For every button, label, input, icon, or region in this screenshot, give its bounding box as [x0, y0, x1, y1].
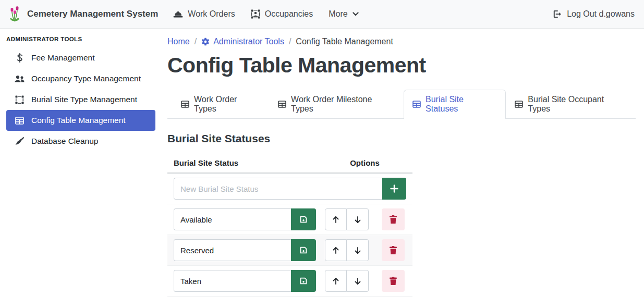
logout-label: Log Out d.gowans — [567, 9, 635, 19]
save-status-button[interactable] — [291, 270, 316, 292]
tab-burial-site-statuses[interactable]: Burial Site Statuses — [404, 90, 506, 119]
table-icon — [278, 101, 286, 108]
save-status-button[interactable] — [291, 239, 316, 261]
nav-occupancies[interactable]: Occupancies — [243, 0, 321, 29]
column-header-burial-site-status: Burial Site Status — [167, 154, 317, 173]
sidebar-item-database-cleanup[interactable]: Database Cleanup — [6, 131, 155, 152]
tab-label: Work Order Types — [194, 95, 260, 114]
top-navbar: Cemetery Management System Work Orders — [0, 0, 644, 29]
sidebar-item-label: Burial Site Type Management — [31, 95, 137, 104]
sidebar-item-occupancy-type-management[interactable]: Occupancy Type Management — [6, 68, 155, 89]
sidebar-item-label: Fee Management — [31, 53, 95, 63]
save-icon — [299, 277, 308, 285]
table-icon — [15, 117, 25, 125]
trash-icon — [390, 246, 397, 254]
dollar-icon — [15, 53, 25, 63]
main-content: Home / Administrator Tools / Config Tabl… — [162, 29, 644, 308]
admin-sidebar: Administrator Tools Fee Management Occup… — [0, 29, 162, 308]
frame-icon — [15, 95, 25, 104]
broom-icon — [15, 137, 25, 146]
nav-work-orders[interactable]: Work Orders — [165, 0, 242, 29]
delete-status-button[interactable] — [382, 270, 405, 292]
move-down-button[interactable] — [347, 239, 369, 261]
burial-site-status-table: Burial Site Status Options — [167, 154, 412, 297]
gear-icon — [201, 38, 210, 46]
save-status-button[interactable] — [291, 208, 316, 230]
status-input[interactable] — [174, 239, 291, 261]
new-status-row — [167, 173, 412, 204]
arrow-up-icon — [332, 277, 339, 285]
move-up-button[interactable] — [325, 270, 347, 292]
trash-icon — [390, 277, 397, 285]
nav-link-label: Work Orders — [188, 9, 235, 19]
tab-label: Burial Site Occupant Types — [528, 95, 627, 114]
breadcrumb: Home / Administrator Tools / Config Tabl… — [167, 37, 636, 46]
tulip-logo-icon — [8, 6, 22, 22]
save-icon — [299, 215, 308, 224]
tab-label: Burial Site Statuses — [426, 95, 497, 114]
navbar-links: Work Orders Occupancies — [165, 0, 366, 29]
table-icon — [412, 101, 421, 108]
occupant-frame-icon — [251, 9, 260, 19]
tab-work-order-milestone-types[interactable]: Work Order Milestone Types — [269, 90, 404, 119]
save-icon — [299, 246, 308, 254]
sidebar-item-label: Config Table Management — [31, 116, 126, 125]
delete-status-button[interactable] — [382, 208, 405, 230]
breadcrumb-separator: / — [289, 37, 291, 46]
breadcrumb-current: Config Table Management — [296, 37, 393, 46]
section-heading: Burial Site Statuses — [167, 132, 636, 145]
status-row-taken — [167, 266, 412, 297]
logout-icon — [553, 10, 562, 18]
column-header-options: Options — [317, 154, 412, 173]
people-icon — [15, 75, 25, 83]
sidebar-item-burial-site-type-management[interactable]: Burial Site Type Management — [6, 89, 155, 110]
move-down-button[interactable] — [347, 208, 369, 230]
brand-title: Cemetery Management System — [27, 9, 158, 19]
add-status-button[interactable] — [382, 178, 406, 200]
breadcrumb-home-link[interactable]: Home — [167, 37, 190, 46]
status-row-available — [167, 204, 412, 235]
hard-hat-icon — [173, 10, 183, 18]
delete-status-button[interactable] — [382, 239, 405, 261]
move-up-button[interactable] — [325, 208, 347, 230]
table-icon — [181, 101, 189, 108]
arrow-up-icon — [332, 216, 339, 224]
tab-work-order-types[interactable]: Work Order Types — [172, 90, 269, 119]
status-input[interactable] — [174, 208, 291, 230]
logout-button[interactable]: Log Out d.gowans — [552, 9, 636, 19]
table-icon — [515, 101, 523, 108]
trash-icon — [390, 215, 397, 224]
config-tabs: Work Order Types Work Order Milestone Ty… — [167, 90, 636, 119]
sidebar-header: Administrator Tools — [6, 36, 162, 42]
sidebar-item-label: Occupancy Type Management — [31, 74, 141, 83]
arrow-down-icon — [354, 247, 361, 254]
breadcrumb-separator: / — [195, 37, 197, 46]
tab-burial-site-occupant-types[interactable]: Burial Site Occupant Types — [506, 90, 636, 119]
page-title: Config Table Management — [167, 53, 636, 78]
nav-link-label: Occupancies — [265, 9, 313, 19]
sidebar-item-label: Database Cleanup — [31, 137, 98, 146]
table-header-row: Burial Site Status Options — [167, 154, 412, 173]
app-brand[interactable]: Cemetery Management System — [8, 6, 158, 22]
arrow-down-icon — [354, 277, 361, 285]
new-status-input[interactable] — [174, 178, 382, 200]
sidebar-item-fee-management[interactable]: Fee Management — [6, 47, 155, 68]
breadcrumb-admin-tools-link[interactable]: Administrator Tools — [201, 37, 284, 46]
move-down-button[interactable] — [347, 270, 369, 292]
plus-icon — [390, 184, 398, 193]
status-input[interactable] — [174, 270, 291, 292]
chevron-down-icon — [353, 12, 359, 16]
nav-link-label: More — [329, 9, 347, 19]
sidebar-item-config-table-management[interactable]: Config Table Management — [6, 110, 155, 131]
nav-more[interactable]: More — [321, 0, 366, 29]
arrow-down-icon — [354, 216, 361, 224]
move-up-button[interactable] — [325, 239, 347, 261]
tab-label: Work Order Milestone Types — [291, 95, 395, 114]
status-row-reserved — [167, 235, 412, 266]
arrow-up-icon — [332, 247, 339, 254]
